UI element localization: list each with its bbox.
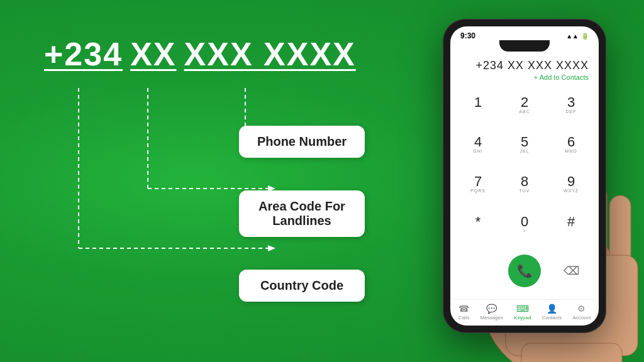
key-2[interactable]: 2 ABC [502, 86, 547, 124]
signal-icon: ▲▲ [566, 33, 579, 40]
area-code-segment: XX [130, 38, 176, 70]
phone-notch [499, 40, 550, 52]
account-label: Account [572, 315, 591, 321]
key-4[interactable]: 4 GHI [455, 126, 501, 164]
phone-mockup: 9:30 ▲▲ 🔋 +234 XX XXX XXXX + Add to Cont… [443, 19, 606, 333]
labels-section: Phone Number Area Code ForLandlines Coun… [239, 126, 365, 302]
number-text: XXX XXXX [184, 38, 356, 70]
area-code-label: Area Code ForLandlines [239, 190, 365, 237]
nav-messages[interactable]: 💬 Messages [480, 304, 503, 321]
bottom-nav: ☎ Calls 💬 Messages ⌨ Keypad 👤 Contacts ⚙ [450, 299, 599, 326]
messages-icon: 💬 [486, 304, 497, 314]
status-icons: ▲▲ 🔋 [566, 33, 589, 40]
nav-contacts[interactable]: 👤 Contacts [542, 304, 562, 321]
key-9[interactable]: 9 WXYZ [548, 166, 594, 204]
delete-icon: ⌫ [564, 264, 579, 278]
key-0[interactable]: 0 + [502, 206, 547, 244]
dial-number: +234 XX XXX XXXX [460, 59, 589, 72]
key-delete[interactable]: ⌫ [548, 246, 594, 297]
calls-icon: ☎ [458, 304, 469, 314]
messages-label: Messages [480, 315, 503, 321]
nav-calls[interactable]: ☎ Calls [458, 304, 470, 321]
phone-section: 9:30 ▲▲ 🔋 +234 XX XXX XXXX + Add to Cont… [380, 0, 644, 362]
phone-screen: 9:30 ▲▲ 🔋 +234 XX XXX XXXX + Add to Cont… [450, 26, 599, 326]
nav-keypad[interactable]: ⌨ Keypad [514, 304, 531, 321]
call-icon: 📞 [517, 263, 533, 278]
key-5[interactable]: 5 JKL [502, 126, 547, 164]
diagram-section: +234 XX XXX XXXX Phone Number Area Code … [25, 38, 377, 327]
key-6[interactable]: 6 MNO [548, 126, 594, 164]
key-call[interactable]: 📞 [502, 246, 547, 297]
account-icon: ⚙ [577, 304, 586, 314]
country-code-label: Country Code [239, 270, 365, 302]
keypad-icon: ⌨ [516, 304, 529, 314]
number-segment: XXX XXXX [184, 38, 356, 70]
nav-account[interactable]: ⚙ Account [572, 304, 591, 321]
key-3[interactable]: 3 DEF [548, 86, 594, 124]
key-spacer [455, 246, 501, 297]
key-star[interactable]: * [455, 206, 501, 244]
key-8[interactable]: 8 TUV [502, 166, 547, 204]
add-to-contacts[interactable]: + Add to Contacts [460, 74, 589, 81]
keypad: 1 2 ABC 3 DEF 4 GHI 5 JKL [450, 84, 599, 299]
phone-number-label: Phone Number [239, 126, 365, 158]
call-button[interactable]: 📞 [508, 255, 541, 287]
contacts-icon: 👤 [547, 304, 557, 314]
phone-number-display: +234 XX XXX XXXX [25, 38, 377, 70]
key-hash[interactable]: # [548, 206, 594, 244]
key-7[interactable]: 7 PQRS [455, 166, 501, 204]
keypad-label: Keypad [514, 315, 531, 321]
calls-label: Calls [458, 315, 470, 321]
area-code-text: XX [130, 38, 176, 70]
contacts-label: Contacts [542, 315, 562, 321]
battery-icon: 🔋 [581, 33, 589, 40]
dial-display: +234 XX XXX XXXX + Add to Contacts [450, 54, 599, 84]
status-time: 9:30 [460, 31, 475, 40]
country-code-text: +234 [44, 38, 123, 70]
svg-rect-16 [521, 343, 622, 362]
country-code-segment: +234 [44, 38, 123, 70]
key-1[interactable]: 1 [455, 86, 501, 124]
